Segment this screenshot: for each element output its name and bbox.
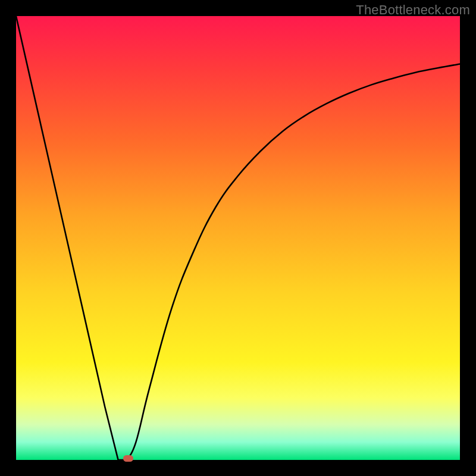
watermark-text: TheBottleneck.com: [356, 2, 470, 18]
optimal-marker: [123, 455, 133, 462]
chart-frame: TheBottleneck.com: [0, 0, 476, 476]
curve-path: [16, 16, 460, 460]
bottleneck-curve: [16, 16, 460, 460]
